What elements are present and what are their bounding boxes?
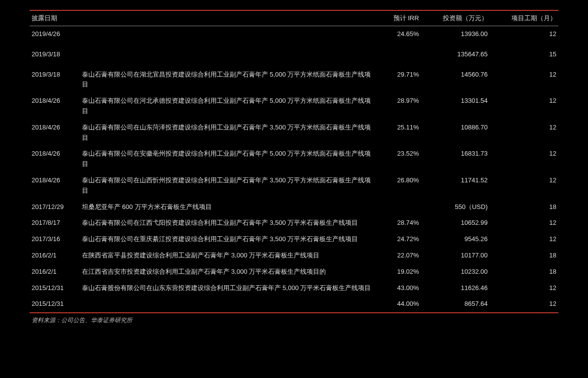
cell-duration: 12	[490, 296, 558, 313]
cell-investment: 11626.46	[421, 280, 490, 296]
table-row: 2019/4/26 24.65% 13936.00 12	[30, 26, 558, 46]
cell-desc: 在江西省吉安市投资建设综合利用工业副产石膏年产 3,000 万平米石膏板生产线项…	[80, 264, 376, 280]
cell-investment: 10232.00	[421, 264, 490, 280]
cell-duration: 12	[490, 120, 558, 146]
cell-desc: 泰山石膏有限公司在河北承德投资建设综合利用工业副产石膏年产 5,000 万平方米…	[80, 93, 376, 120]
cell-duration: 12	[490, 67, 558, 93]
cell-desc	[80, 46, 376, 67]
table-header: 披露日期 预计 IRR 投资额（万元） 项目工期（月）	[30, 10, 558, 26]
cell-desc: 在陕西省富平县投资建设综合利用工业副产石膏年产 3,000 万平米石膏板生产线项…	[80, 248, 376, 264]
cell-date: 2015/12/31	[30, 296, 80, 313]
cell-date: 2015/12/31	[30, 280, 80, 296]
header-duration: 项目工期（月）	[490, 10, 558, 26]
source-note: 资料来源：公司公告、华泰证券研究所	[30, 316, 558, 325]
cell-desc: 泰山石膏有限公司在安徽亳州投资建设综合利用工业副产石膏年产 5,000 万平方米…	[80, 146, 376, 172]
cell-date: 2018/4/26	[30, 120, 80, 146]
cell-date: 2018/4/26	[30, 93, 80, 120]
cell-investment: 11741.52	[421, 172, 490, 199]
cell-date: 2019/4/26	[30, 26, 80, 46]
table-row: 2017/12/29 坦桑尼亚年产 600 万平方米石膏板生产线项目 550（U…	[30, 199, 558, 215]
table-row: 2018/4/26 泰山石膏有限公司在安徽亳州投资建设综合利用工业副产石膏年产 …	[30, 146, 558, 172]
cell-investment: 10886.70	[421, 120, 490, 146]
cell-irr	[376, 46, 421, 67]
cell-irr: 28.74%	[376, 215, 421, 231]
cell-investment: 8657.64	[421, 296, 490, 313]
cell-date: 2017/8/17	[30, 215, 80, 231]
cell-irr: 43.00%	[376, 280, 421, 296]
cell-date: 2017/3/16	[30, 231, 80, 248]
cell-desc: 泰山石膏有限公司在湖北宜昌投资建设综合利用工业副产石膏年产 5,000 万平方米…	[80, 67, 376, 93]
cell-investment: 14560.76	[421, 67, 490, 93]
cell-investment: 135647.65	[421, 46, 490, 67]
table-body: 2019/4/26 24.65% 13936.00 12 2019/3/18 1…	[30, 26, 558, 313]
table-row: 2015/12/31 44.00% 8657.64 12	[30, 296, 558, 313]
table-row: 2018/4/26 泰山石膏有限公司在河北承德投资建设综合利用工业副产石膏年产 …	[30, 93, 558, 120]
cell-investment: 13936.00	[421, 26, 490, 46]
cell-irr: 28.97%	[376, 93, 421, 120]
cell-irr: 26.80%	[376, 172, 421, 199]
investment-table-container: 披露日期 预计 IRR 投资额（万元） 项目工期（月） 2019/4/26 24…	[30, 10, 558, 325]
cell-duration: 12	[490, 215, 558, 231]
cell-date: 2017/12/29	[30, 199, 80, 215]
cell-irr: 44.00%	[376, 296, 421, 313]
cell-duration: 12	[490, 280, 558, 296]
cell-irr	[376, 199, 421, 215]
cell-duration: 12	[490, 26, 558, 46]
cell-irr: 24.65%	[376, 26, 421, 46]
cell-irr: 22.07%	[376, 248, 421, 264]
cell-date: 2019/3/18	[30, 67, 80, 93]
cell-date: 2016/2/1	[30, 248, 80, 264]
cell-duration: 12	[490, 231, 558, 248]
table-row: 2016/2/1 在江西省吉安市投资建设综合利用工业副产石膏年产 3,000 万…	[30, 264, 558, 280]
header-desc	[80, 10, 376, 26]
cell-date: 2019/3/18	[30, 46, 80, 67]
cell-desc	[80, 296, 376, 313]
cell-desc: 泰山石膏有限公司在山西忻州投资建设综合利用工业副产石膏年产 3,500 万平方米…	[80, 172, 376, 199]
cell-desc	[80, 26, 376, 46]
cell-duration: 15	[490, 46, 558, 67]
cell-investment: 9545.26	[421, 231, 490, 248]
cell-investment: 10177.00	[421, 248, 490, 264]
cell-investment: 10652.99	[421, 215, 490, 231]
cell-desc: 泰山石膏有限公司在重庆綦江投资建设综合利用工业副产石膏年产 3,500 万平米石…	[80, 231, 376, 248]
cell-desc: 泰山石膏有限公司在江西弋阳投资建设综合利用工业副产石膏年产 3,500 万平米石…	[80, 215, 376, 231]
header-irr: 预计 IRR	[376, 10, 421, 26]
cell-duration: 12	[490, 172, 558, 199]
cell-desc: 泰山石膏股份有限公司在山东东营投资建设综合利用工业副产石膏年产 5,000 万平…	[80, 280, 376, 296]
cell-desc: 泰山石膏有限公司在山东菏泽投资建设综合利用工业副产石膏年产 3,500 万平方米…	[80, 120, 376, 146]
cell-irr: 25.11%	[376, 120, 421, 146]
table-row: 2017/3/16 泰山石膏有限公司在重庆綦江投资建设综合利用工业副产石膏年产 …	[30, 231, 558, 248]
cell-duration: 18	[490, 248, 558, 264]
cell-duration: 12	[490, 146, 558, 172]
header-investment: 投资额（万元）	[421, 10, 490, 26]
table-row: 2017/8/17 泰山石膏有限公司在江西弋阳投资建设综合利用工业副产石膏年产 …	[30, 215, 558, 231]
table-row: 2019/3/18 泰山石膏有限公司在湖北宜昌投资建设综合利用工业副产石膏年产 …	[30, 67, 558, 93]
table-row: 2019/3/18 135647.65 15	[30, 46, 558, 67]
table-row: 2018/4/26 泰山石膏有限公司在山西忻州投资建设综合利用工业副产石膏年产 …	[30, 172, 558, 199]
table-row: 2018/4/26 泰山石膏有限公司在山东菏泽投资建设综合利用工业副产石膏年产 …	[30, 120, 558, 146]
cell-date: 2018/4/26	[30, 172, 80, 199]
cell-duration: 12	[490, 93, 558, 120]
table-row: 2015/12/31 泰山石膏股份有限公司在山东东营投资建设综合利用工业副产石膏…	[30, 280, 558, 296]
investment-table: 披露日期 预计 IRR 投资额（万元） 项目工期（月） 2019/4/26 24…	[30, 10, 558, 313]
header-date: 披露日期	[30, 10, 80, 26]
cell-irr: 23.52%	[376, 146, 421, 172]
table-row: 2016/2/1 在陕西省富平县投资建设综合利用工业副产石膏年产 3,000 万…	[30, 248, 558, 264]
cell-irr: 19.02%	[376, 264, 421, 280]
cell-duration: 18	[490, 264, 558, 280]
cell-date: 2018/4/26	[30, 146, 80, 172]
cell-duration: 18	[490, 199, 558, 215]
cell-investment: 16831.73	[421, 146, 490, 172]
cell-investment: 550（USD)	[421, 199, 490, 215]
cell-irr: 29.71%	[376, 67, 421, 93]
cell-date: 2016/2/1	[30, 264, 80, 280]
cell-irr: 24.72%	[376, 231, 421, 248]
cell-desc: 坦桑尼亚年产 600 万平方米石膏板生产线项目	[80, 199, 376, 215]
cell-investment: 13301.54	[421, 93, 490, 120]
